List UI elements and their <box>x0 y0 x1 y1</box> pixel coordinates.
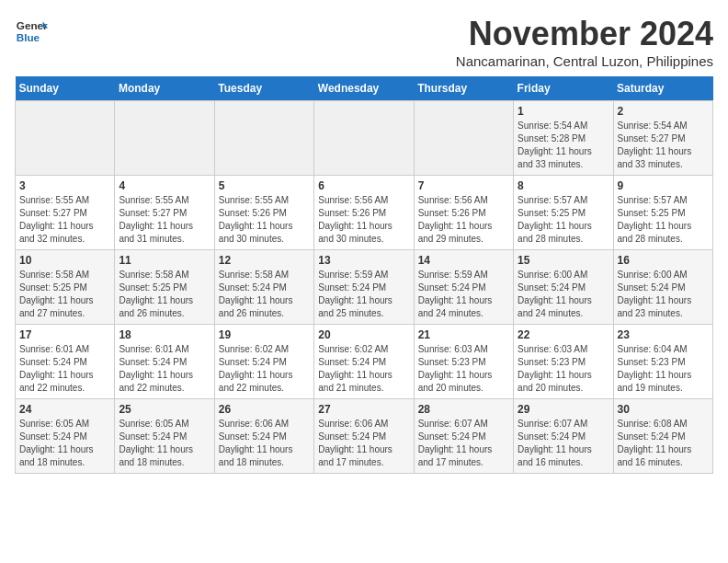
weekday-header-sunday: Sunday <box>16 76 115 101</box>
day-info: Sunrise: 5:59 AM Sunset: 5:24 PM Dayligh… <box>318 269 409 320</box>
calendar-week-row: 17Sunrise: 6:01 AM Sunset: 5:24 PM Dayli… <box>16 325 713 399</box>
calendar-cell: 9Sunrise: 5:57 AM Sunset: 5:25 PM Daylig… <box>613 176 712 250</box>
calendar-cell <box>214 101 313 176</box>
day-info: Sunrise: 5:56 AM Sunset: 5:26 PM Dayligh… <box>418 194 509 246</box>
day-number: 28 <box>418 403 509 416</box>
day-number: 14 <box>418 254 509 267</box>
calendar-week-row: 1Sunrise: 5:54 AM Sunset: 5:28 PM Daylig… <box>16 101 713 176</box>
day-info: Sunrise: 5:58 AM Sunset: 5:24 PM Dayligh… <box>219 269 310 320</box>
weekday-header-friday: Friday <box>514 76 613 101</box>
day-number: 3 <box>19 179 110 192</box>
day-info: Sunrise: 6:00 AM Sunset: 5:24 PM Dayligh… <box>518 269 609 320</box>
day-info: Sunrise: 6:03 AM Sunset: 5:23 PM Dayligh… <box>518 343 609 395</box>
day-number: 15 <box>518 254 609 267</box>
calendar-cell: 12Sunrise: 5:58 AM Sunset: 5:24 PM Dayli… <box>214 250 313 325</box>
day-info: Sunrise: 6:01 AM Sunset: 5:24 PM Dayligh… <box>119 343 210 395</box>
calendar-cell: 13Sunrise: 5:59 AM Sunset: 5:24 PM Dayli… <box>314 250 414 325</box>
day-number: 8 <box>518 179 609 192</box>
day-info: Sunrise: 6:07 AM Sunset: 5:24 PM Dayligh… <box>418 418 509 469</box>
day-info: Sunrise: 5:56 AM Sunset: 5:26 PM Dayligh… <box>318 194 409 246</box>
calendar-cell: 22Sunrise: 6:03 AM Sunset: 5:23 PM Dayli… <box>514 325 613 399</box>
day-number: 2 <box>618 105 709 118</box>
calendar-cell: 26Sunrise: 6:06 AM Sunset: 5:24 PM Dayli… <box>214 399 313 474</box>
calendar-cell: 6Sunrise: 5:56 AM Sunset: 5:26 PM Daylig… <box>314 176 414 250</box>
day-info: Sunrise: 6:04 AM Sunset: 5:23 PM Dayligh… <box>618 343 709 395</box>
logo: General Blue <box>15 15 48 48</box>
day-number: 4 <box>119 179 210 192</box>
day-info: Sunrise: 6:07 AM Sunset: 5:24 PM Dayligh… <box>518 418 609 469</box>
weekday-header-wednesday: Wednesday <box>314 76 414 101</box>
calendar-cell: 14Sunrise: 5:59 AM Sunset: 5:24 PM Dayli… <box>414 250 513 325</box>
page-header: General Blue November 2024 Nancamarinan,… <box>15 15 713 69</box>
month-title: November 2024 <box>456 15 713 53</box>
day-info: Sunrise: 6:06 AM Sunset: 5:24 PM Dayligh… <box>318 418 409 469</box>
calendar-cell: 23Sunrise: 6:04 AM Sunset: 5:23 PM Dayli… <box>613 325 712 399</box>
calendar-cell: 11Sunrise: 5:58 AM Sunset: 5:25 PM Dayli… <box>115 250 214 325</box>
day-info: Sunrise: 5:58 AM Sunset: 5:25 PM Dayligh… <box>119 269 210 320</box>
day-info: Sunrise: 6:00 AM Sunset: 5:24 PM Dayligh… <box>618 269 709 320</box>
day-number: 27 <box>318 403 409 416</box>
calendar-cell: 15Sunrise: 6:00 AM Sunset: 5:24 PM Dayli… <box>514 250 613 325</box>
day-info: Sunrise: 5:57 AM Sunset: 5:25 PM Dayligh… <box>618 194 709 246</box>
day-number: 23 <box>618 328 709 341</box>
logo-icon: General Blue <box>15 15 48 48</box>
day-number: 7 <box>418 179 509 192</box>
weekday-header-thursday: Thursday <box>414 76 513 101</box>
calendar-cell: 19Sunrise: 6:02 AM Sunset: 5:24 PM Dayli… <box>214 325 313 399</box>
day-info: Sunrise: 5:55 AM Sunset: 5:27 PM Dayligh… <box>19 194 110 246</box>
day-number: 6 <box>318 179 409 192</box>
calendar-cell: 2Sunrise: 5:54 AM Sunset: 5:27 PM Daylig… <box>613 101 712 176</box>
calendar-cell <box>115 101 214 176</box>
calendar-cell: 28Sunrise: 6:07 AM Sunset: 5:24 PM Dayli… <box>414 399 513 474</box>
calendar-cell <box>16 101 115 176</box>
day-number: 13 <box>318 254 409 267</box>
day-number: 18 <box>119 328 210 341</box>
day-number: 11 <box>119 254 210 267</box>
calendar-cell: 24Sunrise: 6:05 AM Sunset: 5:24 PM Dayli… <box>16 399 115 474</box>
title-block: November 2024 Nancamarinan, Central Luzo… <box>456 15 713 69</box>
day-number: 22 <box>518 328 609 341</box>
calendar-cell <box>314 101 414 176</box>
calendar-cell: 17Sunrise: 6:01 AM Sunset: 5:24 PM Dayli… <box>16 325 115 399</box>
calendar-cell: 29Sunrise: 6:07 AM Sunset: 5:24 PM Dayli… <box>514 399 613 474</box>
calendar-week-row: 3Sunrise: 5:55 AM Sunset: 5:27 PM Daylig… <box>16 176 713 250</box>
day-number: 21 <box>418 328 509 341</box>
day-number: 5 <box>219 179 310 192</box>
calendar-cell: 25Sunrise: 6:05 AM Sunset: 5:24 PM Dayli… <box>115 399 214 474</box>
day-number: 19 <box>219 328 310 341</box>
calendar-cell <box>414 101 513 176</box>
calendar-cell: 4Sunrise: 5:55 AM Sunset: 5:27 PM Daylig… <box>115 176 214 250</box>
day-info: Sunrise: 5:55 AM Sunset: 5:26 PM Dayligh… <box>219 194 310 246</box>
calendar-cell: 16Sunrise: 6:00 AM Sunset: 5:24 PM Dayli… <box>613 250 712 325</box>
calendar-cell: 20Sunrise: 6:02 AM Sunset: 5:24 PM Dayli… <box>314 325 414 399</box>
calendar-cell: 8Sunrise: 5:57 AM Sunset: 5:25 PM Daylig… <box>514 176 613 250</box>
day-number: 1 <box>518 105 609 118</box>
day-number: 10 <box>19 254 110 267</box>
calendar-cell: 7Sunrise: 5:56 AM Sunset: 5:26 PM Daylig… <box>414 176 513 250</box>
day-info: Sunrise: 6:01 AM Sunset: 5:24 PM Dayligh… <box>19 343 110 395</box>
day-number: 30 <box>618 403 709 416</box>
day-info: Sunrise: 6:05 AM Sunset: 5:24 PM Dayligh… <box>19 418 110 469</box>
weekday-header-saturday: Saturday <box>613 76 712 101</box>
day-info: Sunrise: 5:58 AM Sunset: 5:25 PM Dayligh… <box>19 269 110 320</box>
day-info: Sunrise: 5:57 AM Sunset: 5:25 PM Dayligh… <box>518 194 609 246</box>
day-info: Sunrise: 6:02 AM Sunset: 5:24 PM Dayligh… <box>219 343 310 395</box>
location: Nancamarinan, Central Luzon, Philippines <box>456 53 713 69</box>
day-info: Sunrise: 6:03 AM Sunset: 5:23 PM Dayligh… <box>418 343 509 395</box>
svg-text:Blue: Blue <box>17 31 40 43</box>
day-info: Sunrise: 5:54 AM Sunset: 5:27 PM Dayligh… <box>618 120 709 171</box>
calendar-cell: 30Sunrise: 6:08 AM Sunset: 5:24 PM Dayli… <box>613 399 712 474</box>
day-info: Sunrise: 6:08 AM Sunset: 5:24 PM Dayligh… <box>618 418 709 469</box>
weekday-header-tuesday: Tuesday <box>214 76 313 101</box>
calendar-table: SundayMondayTuesdayWednesdayThursdayFrid… <box>15 76 713 474</box>
day-info: Sunrise: 5:59 AM Sunset: 5:24 PM Dayligh… <box>418 269 509 320</box>
calendar-cell: 18Sunrise: 6:01 AM Sunset: 5:24 PM Dayli… <box>115 325 214 399</box>
calendar-cell: 5Sunrise: 5:55 AM Sunset: 5:26 PM Daylig… <box>214 176 313 250</box>
day-number: 26 <box>219 403 310 416</box>
day-info: Sunrise: 6:05 AM Sunset: 5:24 PM Dayligh… <box>119 418 210 469</box>
calendar-cell: 21Sunrise: 6:03 AM Sunset: 5:23 PM Dayli… <box>414 325 513 399</box>
day-number: 29 <box>518 403 609 416</box>
day-number: 17 <box>19 328 110 341</box>
day-number: 20 <box>318 328 409 341</box>
day-number: 16 <box>618 254 709 267</box>
